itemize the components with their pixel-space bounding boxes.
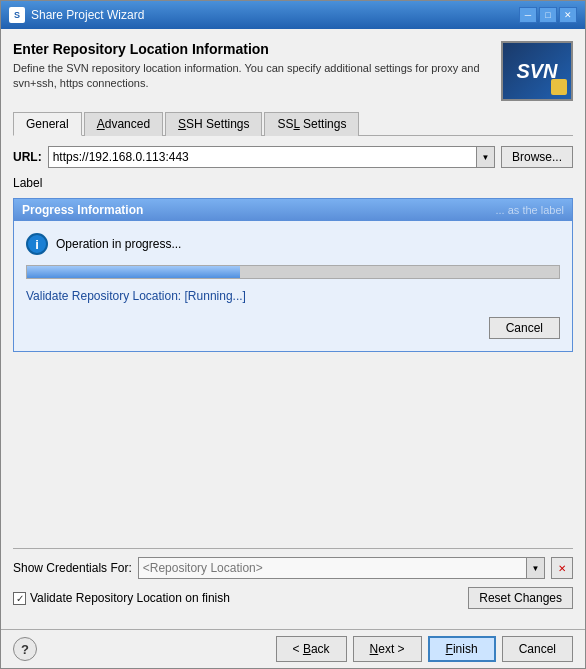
tab-ssl-label: SSL Settings (277, 117, 346, 131)
tabs-bar: General Advanced SSH Settings SSL Settin… (13, 111, 573, 136)
header-text: Enter Repository Location Information De… (13, 41, 491, 92)
window-content: Enter Repository Location Information De… (1, 29, 585, 629)
svn-logo: SVN (501, 41, 573, 101)
finish-button[interactable]: Finish (428, 636, 496, 662)
credentials-label: Show Credentials For: (13, 561, 132, 575)
minimize-button[interactable]: ─ (519, 7, 537, 23)
page-title: Enter Repository Location Information (13, 41, 491, 57)
next-button[interactable]: Next > (353, 636, 422, 662)
url-row: URL: ▼ Browse... (13, 146, 573, 168)
browse-button[interactable]: Browse... (501, 146, 573, 168)
header-section: Enter Repository Location Information De… (13, 41, 573, 101)
help-button[interactable]: ? (13, 637, 37, 661)
credentials-input[interactable] (139, 558, 526, 578)
window-icon: S (9, 7, 25, 23)
progress-status: Validate Repository Location: [Running..… (26, 289, 560, 303)
label-label: Label (13, 176, 42, 190)
title-buttons: ─ □ ✕ (519, 7, 577, 23)
progress-dialog: Progress Information ... as the label i … (13, 198, 573, 352)
title-bar-left: S Share Project Wizard (9, 7, 144, 23)
progress-cancel-button[interactable]: Cancel (489, 317, 560, 339)
progress-bar (26, 265, 560, 279)
url-input[interactable] (49, 147, 476, 167)
validate-row: ✓ Validate Repository Location on finish… (13, 587, 573, 609)
credentials-combo: ▼ (138, 557, 545, 579)
credentials-clear-button[interactable]: ✕ (551, 557, 573, 579)
cancel-button[interactable]: Cancel (502, 636, 573, 662)
info-icon: i (26, 233, 48, 255)
progress-op-row: i Operation in progress... (26, 233, 560, 255)
close-button[interactable]: ✕ (559, 7, 577, 23)
tab-ssh-label: SSH Settings (178, 117, 249, 131)
tab-ssl-settings[interactable]: SSL Settings (264, 112, 359, 136)
tab-ssh-settings[interactable]: SSH Settings (165, 112, 262, 136)
tab-general-label: General (26, 117, 69, 131)
title-bar: S Share Project Wizard ─ □ ✕ (1, 1, 585, 29)
back-button[interactable]: < Back (276, 636, 347, 662)
tab-general[interactable]: General (13, 112, 82, 136)
credentials-dropdown-arrow[interactable]: ▼ (526, 558, 544, 578)
footer: ? < Back Next > Finish Cancel (1, 629, 585, 668)
progress-title-bar: Progress Information ... as the label (14, 199, 572, 221)
validate-label: Validate Repository Location on finish (30, 591, 230, 605)
bottom-section: Show Credentials For: ▼ ✕ ✓ Validate Rep… (13, 548, 573, 617)
url-combo: ▼ (48, 146, 495, 168)
validate-left: ✓ Validate Repository Location on finish (13, 591, 230, 605)
label-row: Label (13, 176, 573, 190)
progress-cancel-row: Cancel (26, 317, 560, 339)
url-dropdown-arrow[interactable]: ▼ (476, 147, 494, 167)
progress-dialog-title: Progress Information (22, 203, 488, 217)
window-title: Share Project Wizard (31, 8, 144, 22)
tab-advanced-label: Advanced (97, 117, 150, 131)
validate-checkbox[interactable]: ✓ (13, 592, 26, 605)
progress-title-blur: ... as the label (496, 204, 565, 216)
restore-button[interactable]: □ (539, 7, 557, 23)
url-label: URL: (13, 150, 42, 164)
reset-changes-button[interactable]: Reset Changes (468, 587, 573, 609)
credentials-row: Show Credentials For: ▼ ✕ (13, 557, 573, 579)
operation-text: Operation in progress... (56, 237, 181, 251)
main-window: S Share Project Wizard ─ □ ✕ Enter Repos… (0, 0, 586, 669)
footer-buttons: < Back Next > Finish Cancel (276, 636, 573, 662)
tab-advanced[interactable]: Advanced (84, 112, 163, 136)
progress-body: i Operation in progress... Validate Repo… (14, 221, 572, 351)
progress-bar-fill (27, 266, 240, 278)
page-description: Define the SVN repository location infor… (13, 61, 491, 92)
